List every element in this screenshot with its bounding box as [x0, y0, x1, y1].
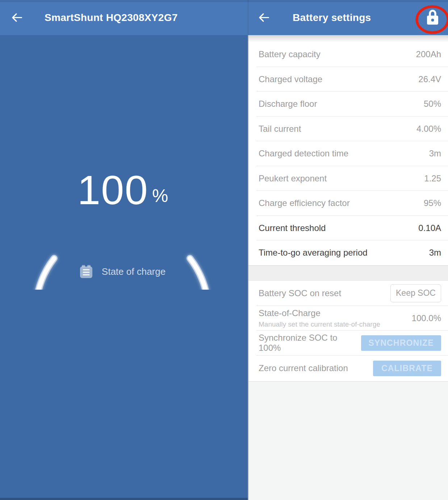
setting-row-charged-detection-time[interactable]: Charged detection time 3m — [248, 141, 448, 166]
row-value: 4.00% — [416, 124, 441, 134]
row-value: 26.4V — [418, 74, 441, 84]
setting-row-ttg-averaging[interactable]: Time-to-go averaging period 3m — [248, 240, 448, 265]
bottom-shade — [0, 498, 248, 500]
device-title: SmartShunt HQ2308XY2G7 — [45, 12, 178, 24]
battery-settings-panel: Battery settings Battery capacity 200Ah … — [248, 0, 448, 500]
keep-soc-button[interactable]: Keep SOC — [390, 284, 441, 302]
section-separator — [248, 265, 448, 281]
row-value: 95% — [424, 198, 441, 208]
soc-label-row: State of charge — [0, 265, 246, 278]
row-label: Charge efficiency factor — [259, 198, 350, 208]
settings-empty-area — [248, 381, 448, 500]
row-zero-current-calibration[interactable]: Zero current calibration CALIBRATE — [248, 356, 448, 381]
row-label: Battery capacity — [259, 49, 321, 59]
row-label: Tail current — [259, 124, 301, 134]
row-value: 3m — [429, 248, 441, 258]
calibrate-button[interactable]: CALIBRATE — [373, 361, 441, 376]
setting-row-charge-efficiency[interactable]: Charge efficiency factor 95% — [248, 191, 448, 216]
victronconnect-app: SmartShunt HQ2308XY2G7 100 % — [0, 0, 448, 500]
setting-row-tail-current[interactable]: Tail current 4.00% — [248, 117, 448, 142]
right-header: Battery settings — [248, 0, 448, 35]
soc-unit: % — [152, 185, 168, 206]
row-label: State-of-Charge — [259, 308, 380, 318]
row-synchronize-soc[interactable]: Synchronize SOC to 100% SYNCHRONIZE — [248, 331, 448, 356]
soc-label: State of charge — [102, 266, 166, 277]
row-value: 200Ah — [416, 49, 441, 59]
row-label: Current threshold — [259, 223, 326, 233]
setting-row-discharge-floor[interactable]: Discharge floor 50% — [248, 92, 448, 117]
row-value: 0.10A — [418, 223, 441, 233]
row-value: 1.25 — [424, 173, 441, 184]
device-overview-panel: SmartShunt HQ2308XY2G7 100 % — [0, 0, 248, 500]
row-label: Charged detection time — [259, 148, 348, 159]
row-value: 50% — [424, 99, 441, 109]
row-sublabel: Manually set the current state-of-charge — [259, 320, 380, 328]
settings-title: Battery settings — [293, 12, 371, 24]
setting-row-peukert-exponent[interactable]: Peukert exponent 1.25 — [248, 166, 448, 191]
synchronize-button[interactable]: SYNCHRONIZE — [361, 335, 441, 351]
back-button-settings[interactable] — [256, 10, 272, 26]
header-shadow — [248, 35, 448, 42]
row-label: Synchronize SOC to 100% — [259, 333, 361, 353]
setting-row-battery-capacity[interactable]: Battery capacity 200Ah — [248, 42, 448, 67]
status-bar-shade — [0, 0, 448, 2]
soc-gauge-arc — [0, 0, 248, 290]
row-label: Zero current calibration — [259, 363, 348, 373]
back-button-left[interactable] — [9, 10, 25, 26]
row-label: Charged voltage — [259, 74, 322, 84]
row-label: Battery SOC on reset — [259, 288, 341, 298]
back-arrow-icon — [258, 12, 270, 24]
panel-divider-line — [248, 35, 248, 500]
setting-row-current-threshold[interactable]: Current threshold 0.10A — [248, 216, 448, 241]
row-label: Peukert exponent — [259, 173, 327, 184]
row-label: Discharge floor — [259, 99, 317, 109]
settings-lock-button[interactable] — [414, 3, 448, 36]
lock-icon — [427, 11, 438, 25]
row-value: 3m — [429, 148, 441, 159]
soc-value: 100 — [78, 169, 148, 211]
battery-icon — [80, 265, 92, 278]
row-battery-soc-on-reset[interactable]: Battery SOC on reset Keep SOC — [248, 281, 448, 306]
row-state-of-charge[interactable]: State-of-Charge Manually set the current… — [248, 306, 448, 331]
left-header: SmartShunt HQ2308XY2G7 — [0, 0, 248, 35]
setting-row-charged-voltage[interactable]: Charged voltage 26.4V — [248, 67, 448, 92]
row-value: 100.0% — [412, 313, 441, 323]
soc-gauge-value: 100 % — [0, 169, 246, 211]
row-label: Time-to-go averaging period — [259, 248, 368, 258]
back-arrow-icon — [11, 12, 23, 24]
